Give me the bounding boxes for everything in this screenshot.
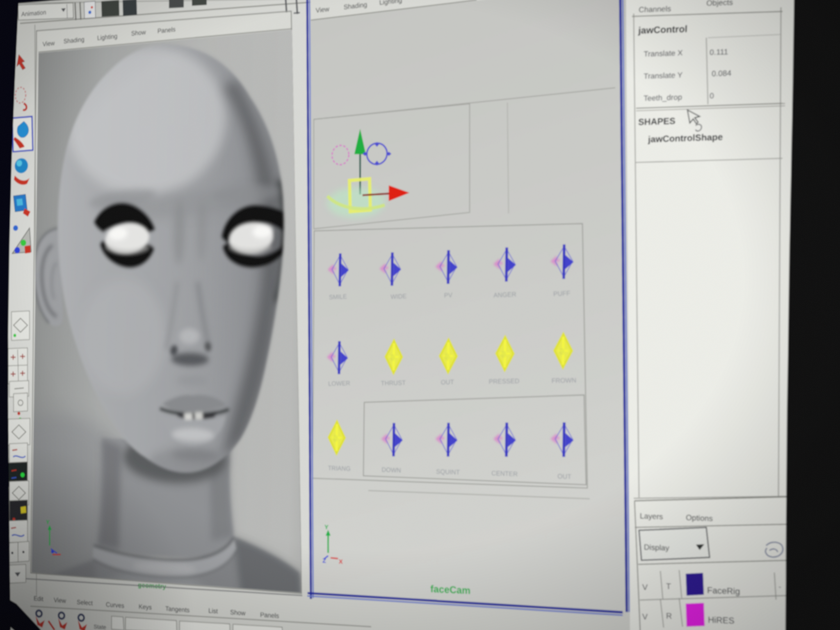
- svg-text:Display: Display: [644, 543, 669, 552]
- svg-text:V: V: [642, 582, 648, 591]
- svg-text:R: R: [666, 611, 672, 621]
- svg-text:FROWN: FROWN: [551, 377, 576, 384]
- svg-text:OUT: OUT: [557, 472, 571, 480]
- svg-text:jawControl: jawControl: [638, 24, 688, 36]
- svg-text:State: State: [94, 623, 106, 630]
- svg-text:Panels: Panels: [260, 611, 279, 619]
- svg-text:Y: Y: [324, 523, 329, 531]
- svg-text:Teeth_drop: Teeth_drop: [644, 93, 682, 103]
- svg-text:X: X: [339, 558, 343, 565]
- svg-text:Options: Options: [686, 513, 713, 523]
- svg-text:FaceRig: FaceRig: [707, 586, 740, 597]
- svg-text:PRESSED: PRESSED: [488, 377, 519, 385]
- svg-text:Curves: Curves: [106, 601, 124, 609]
- svg-text:Translate X: Translate X: [644, 48, 683, 58]
- svg-text:Translate Y: Translate Y: [644, 71, 682, 80]
- svg-text:View: View: [54, 596, 66, 604]
- svg-text:PV: PV: [444, 292, 452, 299]
- svg-text:SMILE: SMILE: [329, 293, 347, 301]
- svg-text:0.084: 0.084: [712, 68, 732, 78]
- svg-text:0: 0: [710, 91, 714, 100]
- svg-text:THRUST: THRUST: [381, 379, 406, 387]
- svg-text:Objects: Objects: [706, 0, 733, 7]
- svg-text:SQUINT: SQUINT: [436, 468, 460, 476]
- svg-text:Edit: Edit: [34, 595, 43, 603]
- svg-text:ANGER: ANGER: [493, 291, 516, 299]
- svg-text:0.111: 0.111: [710, 47, 728, 56]
- svg-text:HiRES: HiRES: [708, 615, 735, 625]
- svg-text:V: V: [642, 612, 648, 621]
- svg-text:DOWN: DOWN: [381, 466, 401, 474]
- svg-text:Select: Select: [77, 598, 93, 607]
- svg-text:WIDE: WIDE: [390, 292, 407, 300]
- svg-text:Layers: Layers: [640, 511, 663, 521]
- svg-text:-: -: [778, 582, 781, 591]
- svg-text:Show: Show: [131, 28, 146, 37]
- svg-text:TRIANG: TRIANG: [328, 464, 350, 472]
- svg-text:SHAPES: SHAPES: [638, 116, 676, 127]
- svg-text:Show: Show: [230, 608, 246, 617]
- svg-text:Channels: Channels: [639, 4, 671, 14]
- svg-text:View: View: [43, 39, 55, 48]
- svg-text:LOWER: LOWER: [328, 380, 350, 387]
- svg-text:Keys: Keys: [139, 603, 152, 611]
- svg-text:List: List: [208, 607, 218, 615]
- svg-text:Y: Y: [46, 519, 50, 526]
- svg-text:T: T: [666, 582, 671, 591]
- svg-text:CENTER: CENTER: [491, 470, 518, 478]
- svg-text:faceCam: faceCam: [430, 583, 470, 596]
- svg-text:PUFF: PUFF: [553, 290, 571, 298]
- svg-text:OUT: OUT: [441, 379, 454, 386]
